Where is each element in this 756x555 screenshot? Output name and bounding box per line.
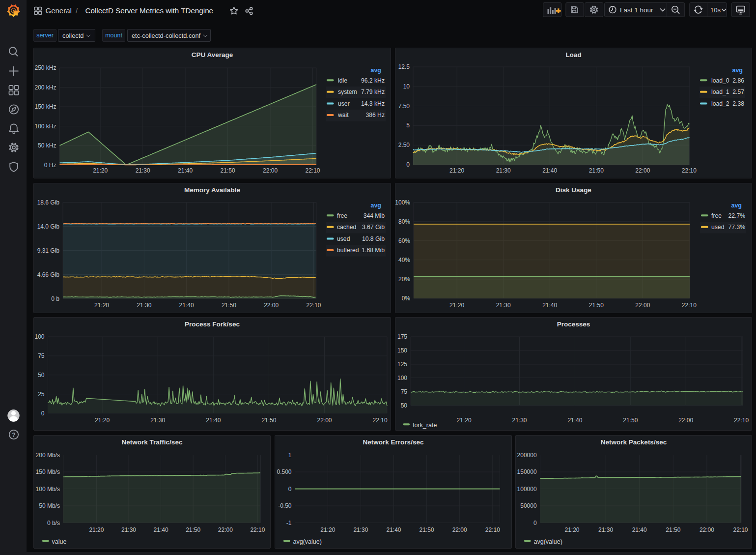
svg-text:/: / xyxy=(76,6,78,15)
svg-text:7.50: 7.50 xyxy=(398,103,410,110)
svg-text:CPU Average: CPU Average xyxy=(192,51,233,58)
svg-text:0 b: 0 b xyxy=(51,295,59,302)
svg-text:22:10: 22:10 xyxy=(682,302,697,309)
svg-text:20%: 20% xyxy=(398,275,410,282)
svg-text:user: user xyxy=(338,100,350,107)
svg-text:344 Mib: 344 Mib xyxy=(364,212,385,219)
svg-text:10: 10 xyxy=(403,83,410,90)
svg-text:7.79 kHz: 7.79 kHz xyxy=(361,88,385,95)
svg-text:100: 100 xyxy=(397,375,407,381)
svg-text:buffered: buffered xyxy=(337,247,359,254)
svg-text:22:10: 22:10 xyxy=(485,526,500,533)
svg-text:100000: 100000 xyxy=(517,485,537,492)
svg-text:60%: 60% xyxy=(398,237,410,244)
svg-text:2.50: 2.50 xyxy=(398,142,410,148)
svg-text:21:50: 21:50 xyxy=(221,167,235,174)
svg-text:21:50: 21:50 xyxy=(186,526,200,533)
svg-text:21:40: 21:40 xyxy=(542,302,557,309)
svg-text:22:00: 22:00 xyxy=(678,417,693,424)
svg-text:21:20: 21:20 xyxy=(93,167,108,174)
svg-text:21:30: 21:30 xyxy=(496,302,511,309)
svg-text:100%: 100% xyxy=(395,199,410,205)
svg-text:21:20: 21:20 xyxy=(320,526,335,533)
svg-text:21:40: 21:40 xyxy=(386,526,401,533)
svg-text:100: 100 xyxy=(34,333,44,340)
svg-text:21:50: 21:50 xyxy=(589,302,604,309)
svg-text:0: 0 xyxy=(41,410,45,417)
svg-text:150 kHz: 150 kHz xyxy=(34,103,56,110)
svg-text:21:40: 21:40 xyxy=(179,302,194,309)
svg-text:80%: 80% xyxy=(398,218,410,225)
svg-text:21:50: 21:50 xyxy=(666,526,680,533)
svg-text:CollectD Server Metrics with T: CollectD Server Metrics with TDengine xyxy=(85,6,214,15)
svg-text:50 kHz: 50 kHz xyxy=(38,142,56,149)
svg-text:50: 50 xyxy=(401,402,408,409)
svg-text:21:40: 21:40 xyxy=(632,526,647,533)
svg-text:75: 75 xyxy=(38,352,45,359)
svg-text:22:10: 22:10 xyxy=(306,302,321,309)
svg-text:50: 50 xyxy=(38,372,45,379)
svg-text:used: used xyxy=(337,235,350,242)
svg-text:21:20: 21:20 xyxy=(89,526,104,533)
svg-text:21:50: 21:50 xyxy=(261,417,276,424)
svg-text:150000: 150000 xyxy=(517,468,537,475)
svg-text:Memory Available: Memory Available xyxy=(184,186,240,193)
svg-text:Process Fork/sec: Process Fork/sec xyxy=(185,321,240,328)
svg-text:22:10: 22:10 xyxy=(373,417,388,424)
svg-text:386 Hz: 386 Hz xyxy=(365,112,385,118)
svg-text:21:40: 21:40 xyxy=(542,167,557,174)
svg-text:avg(value): avg(value) xyxy=(293,538,321,545)
svg-text:21:50: 21:50 xyxy=(589,167,604,174)
svg-text:21:30: 21:30 xyxy=(121,526,136,533)
svg-text:200 kHz: 200 kHz xyxy=(34,84,56,91)
svg-text:0: 0 xyxy=(406,161,410,168)
svg-text:14.0 Gib: 14.0 Gib xyxy=(37,223,60,230)
svg-text:3.67 Gib: 3.67 Gib xyxy=(362,224,385,231)
svg-text:200000: 200000 xyxy=(517,451,537,458)
svg-text:21:20: 21:20 xyxy=(94,302,109,309)
svg-text:22:10: 22:10 xyxy=(250,526,265,533)
svg-text:load_1: load_1 xyxy=(711,88,729,95)
svg-text:175: 175 xyxy=(397,333,407,340)
svg-text:21:40: 21:40 xyxy=(178,167,193,174)
svg-text:0 Hz: 0 Hz xyxy=(44,162,56,169)
svg-text:2.57: 2.57 xyxy=(732,88,744,95)
svg-text:22:00: 22:00 xyxy=(263,167,278,174)
svg-text:21:20: 21:20 xyxy=(564,526,579,533)
svg-text:0: 0 xyxy=(533,519,537,526)
svg-text:0.500: 0.500 xyxy=(277,468,291,475)
svg-text:Network Packets/sec: Network Packets/sec xyxy=(601,438,667,445)
svg-text:21:30: 21:30 xyxy=(512,417,527,424)
svg-text:100 Mb/s: 100 Mb/s xyxy=(36,485,60,492)
svg-text:?: ? xyxy=(12,432,15,438)
svg-text:-0.50: -0.50 xyxy=(278,502,292,509)
svg-text:avg: avg xyxy=(370,67,381,74)
svg-text:22:00: 22:00 xyxy=(264,302,279,309)
svg-text:21:20: 21:20 xyxy=(449,302,464,309)
svg-text:free: free xyxy=(711,212,722,219)
svg-text:21:20: 21:20 xyxy=(449,167,464,174)
svg-text:5: 5 xyxy=(406,122,410,129)
svg-text:Network Traffic/sec: Network Traffic/sec xyxy=(122,438,183,445)
svg-text:Last 1 hour: Last 1 hour xyxy=(620,6,653,14)
svg-text:14.3 kHz: 14.3 kHz xyxy=(361,100,385,107)
svg-text:22:00: 22:00 xyxy=(452,526,467,533)
svg-text:21:30: 21:30 xyxy=(353,526,368,533)
svg-text:2.38: 2.38 xyxy=(732,100,744,107)
svg-text:22:00: 22:00 xyxy=(317,417,332,424)
svg-text:21:40: 21:40 xyxy=(154,526,168,533)
svg-text:avg: avg xyxy=(731,202,742,209)
svg-text:idle: idle xyxy=(338,77,347,84)
svg-text:25: 25 xyxy=(38,391,45,398)
svg-text:18.6 Gib: 18.6 Gib xyxy=(37,199,60,205)
svg-text:250 kHz: 250 kHz xyxy=(34,64,56,71)
svg-text:avg: avg xyxy=(732,67,743,74)
svg-text:22:00: 22:00 xyxy=(700,526,714,533)
svg-text:used: used xyxy=(711,224,724,231)
svg-text:21:30: 21:30 xyxy=(496,167,511,174)
svg-text:0 b/s: 0 b/s xyxy=(47,519,60,526)
svg-text:Network Errors/sec: Network Errors/sec xyxy=(363,438,423,445)
svg-text:22:10: 22:10 xyxy=(682,167,697,174)
svg-text:22:10: 22:10 xyxy=(733,526,748,533)
svg-text:cached: cached xyxy=(337,224,356,231)
